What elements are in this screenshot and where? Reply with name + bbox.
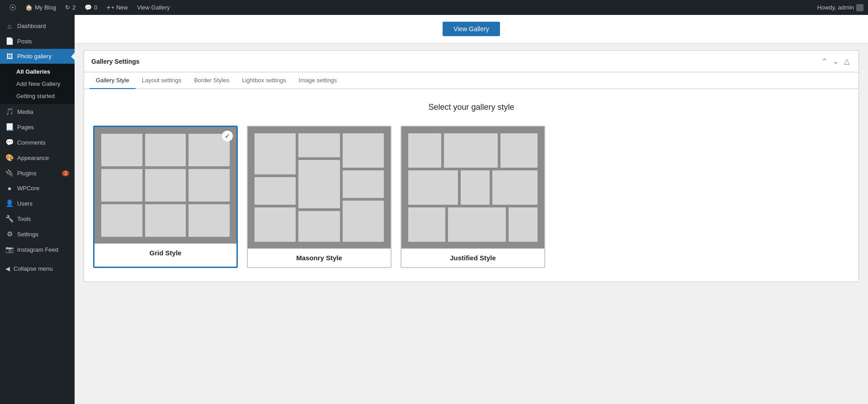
sidebar-item-instagram-feed[interactable]: 📷 Instagram Feed — [0, 242, 75, 257]
sidebar-item-plugins[interactable]: 🔌 Plugins 2 — [0, 165, 75, 181]
add-new-gallery-label: Add New Gallery — [16, 80, 61, 87]
settings-icon: ⚙ — [5, 230, 14, 238]
sidebar-label-tools: Tools — [17, 216, 31, 222]
plugins-icon: 🔌 — [5, 169, 14, 177]
posts-icon: 📄 — [5, 37, 14, 45]
sidebar-subitem-all-galleries[interactable]: All Galleries — [0, 66, 75, 78]
tab-lightbox-settings[interactable]: Lightbox settings — [236, 72, 292, 89]
wp-logo-icon: ☉ — [9, 3, 16, 13]
justified-cell-8 — [448, 207, 506, 242]
justified-cell-2 — [444, 133, 498, 168]
tab-image-settings[interactable]: Image settings — [292, 72, 344, 89]
style-card-grid[interactable]: ✓ — [93, 126, 238, 268]
my-blog-link[interactable]: 🏠 My Blog — [21, 0, 61, 15]
justified-cell-7 — [408, 207, 445, 242]
plugins-badge: 2 — [62, 170, 69, 176]
style-card-masonry[interactable]: Masonry Style — [247, 126, 392, 268]
sidebar-label-plugins: Plugins — [17, 170, 37, 177]
justified-style-label: Justified Style — [401, 249, 544, 267]
comments-link[interactable]: 💬 0 — [80, 0, 102, 15]
view-gallery-link[interactable]: View Gallery — [132, 0, 175, 15]
appearance-icon: 🎨 — [5, 154, 14, 162]
gallery-settings-panel: Gallery Settings ⌃ ⌄ △ Gallery Style Lay… — [84, 50, 859, 282]
justified-cell-1 — [408, 133, 441, 168]
sidebar-item-users[interactable]: 👤 Users — [0, 196, 75, 211]
sidebar-item-appearance[interactable]: 🎨 Appearance — [0, 150, 75, 165]
admin-avatar — [856, 4, 863, 11]
grid-style-label: Grid Style — [94, 244, 236, 262]
masonry-cell-5 — [298, 160, 340, 208]
sidebar-item-media[interactable]: 🎵 Media — [0, 104, 75, 119]
sidebar-label-media: Media — [17, 108, 33, 115]
panel-header: Gallery Settings ⌃ ⌄ △ — [84, 51, 859, 72]
panel-minimize-button[interactable]: △ — [842, 56, 851, 66]
sidebar-label-pages: Pages — [17, 124, 34, 131]
comments-count: 0 — [94, 4, 97, 11]
instagram-icon: 📷 — [5, 245, 14, 254]
collapse-menu-icon: ◀ — [5, 265, 10, 272]
pages-icon: 📃 — [5, 123, 14, 131]
grid-cell-1 — [101, 134, 142, 166]
admin-user-menu[interactable]: Howdy, admin — [817, 4, 863, 11]
sidebar-item-pages[interactable]: 📃 Pages — [0, 119, 75, 135]
grid-cell-7 — [101, 204, 142, 237]
sidebar-item-posts[interactable]: 📄 Posts — [0, 33, 75, 49]
masonry-cell-3 — [255, 207, 296, 242]
sidebar-item-settings[interactable]: ⚙ Settings — [0, 226, 75, 242]
tab-gallery-style[interactable]: Gallery Style — [90, 72, 136, 89]
sidebar-item-tools[interactable]: 🔧 Tools — [0, 211, 75, 226]
grid-cell-6 — [189, 169, 230, 202]
masonry-cell-2 — [255, 177, 296, 205]
sidebar-item-comments[interactable]: 💬 Comments — [0, 135, 75, 150]
plus-icon: + — [106, 4, 110, 12]
sidebar: ⌂ Dashboard 📄 Posts 🖼 Photo gallery All … — [0, 15, 75, 404]
masonry-cell-4 — [298, 133, 340, 157]
media-icon: 🎵 — [5, 108, 14, 116]
sidebar-item-dashboard[interactable]: ⌂ Dashboard — [0, 19, 75, 33]
justified-cell-5 — [461, 170, 490, 205]
admin-bar: ☉ 🏠 My Blog ↻ 2 💬 0 + + New View Gallery… — [0, 0, 868, 15]
grid-cell-2 — [145, 134, 186, 166]
sidebar-item-photo-gallery[interactable]: 🖼 Photo gallery — [0, 49, 75, 64]
sidebar-item-wpcore[interactable]: ● WPCore — [0, 181, 75, 196]
comments-icon: 💬 — [85, 4, 92, 11]
content-area: View Gallery Gallery Settings ⌃ ⌄ △ Gall… — [75, 15, 868, 404]
tab-layout-settings[interactable]: Layout settings — [136, 72, 188, 89]
view-gallery-button[interactable]: View Gallery — [443, 22, 500, 36]
updates-link[interactable]: ↻ 2 — [61, 0, 80, 15]
collapse-menu-button[interactable]: ◀ Collapse menu — [0, 261, 75, 277]
grid-preview: ✓ — [94, 127, 236, 244]
sidebar-label-appearance: Appearance — [17, 155, 49, 161]
grid-layout-preview — [101, 134, 230, 237]
justified-cell-9 — [509, 207, 538, 242]
panel-collapse-down-button[interactable]: ⌄ — [831, 56, 840, 66]
my-blog-label: My Blog — [35, 4, 56, 11]
sidebar-label-wpcore: WPCore — [17, 185, 39, 192]
style-card-justified[interactable]: Justified Style — [401, 126, 545, 268]
grid-cell-8 — [145, 204, 186, 237]
sidebar-subitem-getting-started[interactable]: Getting started — [0, 90, 75, 102]
sidebar-label-users: Users — [17, 200, 33, 207]
sidebar-label-posts: Posts — [17, 38, 32, 45]
justified-cell-4 — [408, 170, 458, 205]
new-content-button[interactable]: + + New — [102, 0, 132, 15]
home-icon: 🏠 — [25, 4, 33, 11]
sidebar-label-dashboard: Dashboard — [17, 23, 46, 29]
panel-title: Gallery Settings — [91, 58, 140, 65]
top-bar: View Gallery — [75, 15, 868, 43]
photo-gallery-icon: 🖼 — [5, 52, 14, 60]
wp-logo[interactable]: ☉ — [5, 0, 21, 15]
style-options: ✓ — [93, 126, 849, 268]
tools-icon: 🔧 — [5, 215, 14, 223]
getting-started-label: Getting started — [16, 93, 55, 99]
sidebar-label-settings: Settings — [17, 231, 38, 238]
wpcore-icon: ● — [5, 184, 14, 192]
comments-sidebar-icon: 💬 — [5, 138, 14, 146]
sidebar-label-instagram-feed: Instagram Feed — [17, 246, 58, 253]
masonry-cell-7 — [343, 133, 384, 168]
tab-border-styles[interactable]: Border Styles — [188, 72, 236, 89]
sidebar-subitem-add-new-gallery[interactable]: Add New Gallery — [0, 78, 75, 90]
panel-collapse-up-button[interactable]: ⌃ — [820, 56, 829, 66]
photo-gallery-submenu: All Galleries Add New Gallery Getting st… — [0, 64, 75, 104]
new-label: + New — [111, 4, 128, 11]
